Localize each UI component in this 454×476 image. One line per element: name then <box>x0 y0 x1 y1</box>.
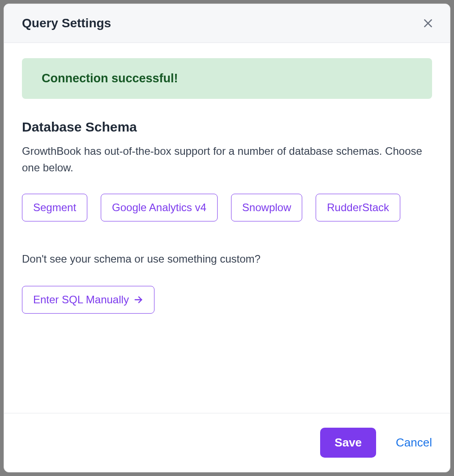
modal-footer: Save Cancel <box>4 413 450 472</box>
close-button[interactable] <box>420 16 436 31</box>
query-settings-modal: Query Settings Connection successful! Da… <box>4 4 450 472</box>
alert-message: Connection successful! <box>42 72 412 85</box>
schema-options: Segment Google Analytics v4 Snowplow Rud… <box>22 194 432 221</box>
schema-option-segment[interactable]: Segment <box>22 194 87 221</box>
enter-sql-manually-button[interactable]: Enter SQL Manually <box>22 286 154 314</box>
save-button[interactable]: Save <box>320 428 376 458</box>
cancel-button[interactable]: Cancel <box>396 436 432 450</box>
schema-option-rudderstack[interactable]: RudderStack <box>316 194 400 221</box>
connection-success-alert: Connection successful! <box>22 58 432 99</box>
modal-body: Connection successful! Database Schema G… <box>4 43 450 413</box>
modal-title: Query Settings <box>22 16 111 30</box>
schema-description: GrowthBook has out-of-the-box support fo… <box>22 143 432 176</box>
schema-option-snowplow[interactable]: Snowplow <box>231 194 302 221</box>
modal-header: Query Settings <box>4 4 450 43</box>
schema-option-google-analytics-v4[interactable]: Google Analytics v4 <box>101 194 218 221</box>
close-icon <box>422 17 434 29</box>
manual-sql-label: Enter SQL Manually <box>33 293 129 306</box>
schema-heading: Database Schema <box>22 119 432 135</box>
arrow-right-icon <box>133 295 143 305</box>
custom-schema-prompt: Don't see your schema or use something c… <box>22 253 432 265</box>
